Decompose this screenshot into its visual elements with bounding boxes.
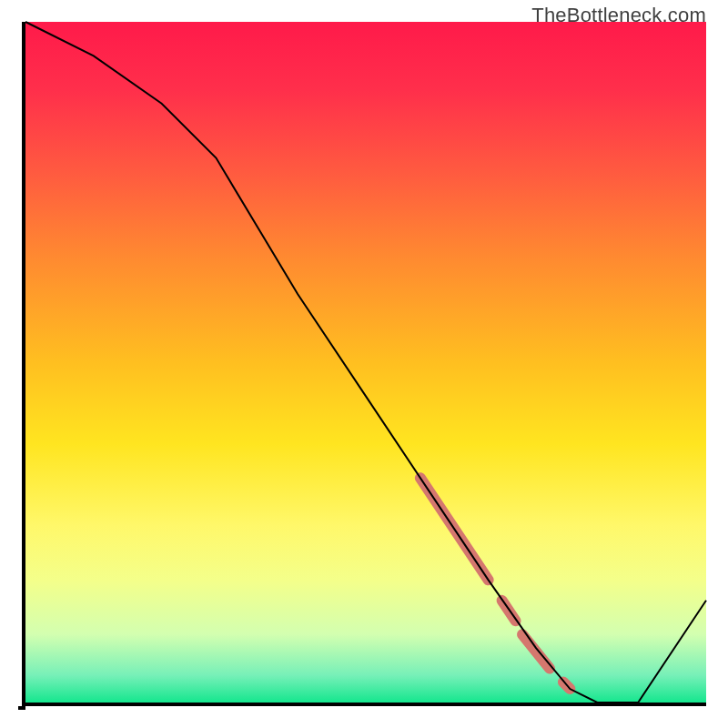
bottleneck-curve [25, 22, 706, 703]
chart-container: TheBottleneck.com [0, 0, 728, 728]
curve-layer [25, 22, 706, 703]
highlight-group [420, 478, 571, 689]
origin-tick [18, 706, 25, 710]
highlight-lower-thick [522, 634, 550, 668]
